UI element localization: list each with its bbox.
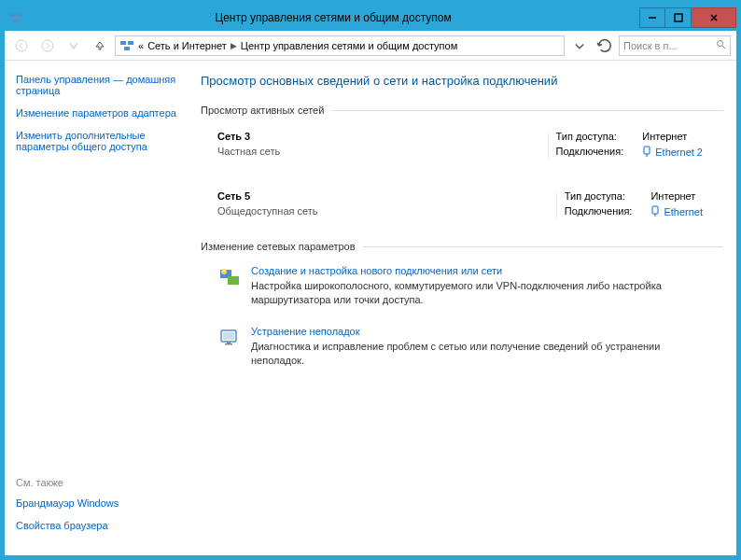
svg-line-11 — [722, 46, 725, 49]
ethernet-icon — [642, 146, 651, 159]
change-settings-header: Изменение сетевых параметров — [201, 241, 723, 252]
svg-rect-21 — [227, 342, 231, 343]
ethernet-icon — [650, 205, 660, 218]
breadcrumb-prefix: « — [138, 40, 144, 51]
address-bar[interactable]: « Сеть и Интернет ▶ Центр управления сет… — [115, 35, 565, 56]
action-item: Устранение неполадок Диагностика и испра… — [201, 318, 723, 379]
network-block: Сеть 5 Общедоступная сеть Тип доступа: И… — [201, 181, 723, 241]
action-item: Создание и настройка нового подключения … — [201, 258, 723, 318]
svg-point-6 — [42, 40, 53, 51]
refresh-button[interactable] — [594, 35, 615, 56]
svg-rect-12 — [644, 147, 650, 154]
svg-rect-9 — [124, 47, 130, 50]
dropdown-button[interactable] — [568, 35, 591, 57]
breadcrumb-center[interactable]: Центр управления сетями и общим доступом — [241, 40, 457, 51]
svg-point-10 — [718, 41, 723, 47]
svg-rect-22 — [225, 343, 232, 345]
svg-point-5 — [16, 40, 27, 51]
breadcrumb-net[interactable]: Сеть и Интернет — [147, 40, 227, 51]
nav-back-button[interactable] — [10, 35, 33, 57]
network-type: Частная сеть — [217, 146, 540, 157]
access-type-label: Тип доступа: — [556, 131, 624, 142]
sidebar-home[interactable]: Панель управления — домашняя страница — [16, 74, 189, 96]
sidebar: Панель управления — домашняя страница Из… — [5, 61, 201, 555]
svg-rect-7 — [120, 41, 126, 45]
nav-up-button[interactable] — [89, 35, 111, 57]
troubleshoot-link[interactable]: Устранение неполадок — [251, 326, 714, 337]
maximize-button[interactable] — [665, 7, 692, 28]
app-icon — [8, 10, 23, 25]
page-title: Просмотр основных сведений о сети и наст… — [201, 74, 723, 88]
main-panel: Просмотр основных сведений о сети и наст… — [201, 61, 736, 555]
search-placeholder: Поиск в п... — [623, 40, 678, 51]
network-block: Сеть 3 Частная сеть Тип доступа: Интерне… — [201, 121, 723, 181]
troubleshoot-desc: Диагностика и исправление проблем с сеть… — [251, 340, 714, 368]
sidebar-inetopts[interactable]: Свойства браузера — [16, 520, 189, 531]
chevron-right-icon: ▶ — [231, 41, 237, 50]
new-connection-desc: Настройка широкополосного, коммутируемог… — [251, 279, 714, 307]
svg-rect-2 — [13, 19, 19, 22]
see-also-label: См. также — [16, 477, 189, 488]
svg-rect-17 — [228, 276, 239, 285]
network-icon — [119, 38, 134, 53]
svg-rect-14 — [652, 206, 658, 214]
svg-rect-1 — [17, 13, 22, 17]
connections-label: Подключения: — [565, 205, 633, 218]
network-name: Сеть 3 — [217, 131, 540, 142]
connections-label: Подключения: — [556, 146, 624, 159]
divider — [556, 190, 557, 218]
window: Центр управления сетями и общим доступом… — [4, 4, 737, 556]
connection-link[interactable]: Ethernet 2 — [642, 146, 703, 159]
troubleshoot-icon — [217, 326, 242, 350]
new-connection-icon — [217, 265, 242, 289]
access-type-value: Интернет — [650, 190, 703, 202]
access-type-label: Тип доступа: — [565, 190, 633, 202]
divider — [548, 131, 549, 159]
titlebar: Центр управления сетями и общим доступом — [5, 5, 736, 31]
sidebar-adapter[interactable]: Изменение параметров адаптера — [16, 107, 189, 119]
navbar: « Сеть и Интернет ▶ Центр управления сет… — [5, 31, 736, 61]
access-type-value: Интернет — [642, 131, 703, 142]
network-type: Общедоступная сеть — [217, 205, 549, 217]
svg-rect-20 — [223, 332, 234, 340]
network-name: Сеть 5 — [217, 190, 549, 202]
new-connection-link[interactable]: Создание и настройка нового подключения … — [251, 265, 714, 276]
nav-forward-button[interactable] — [36, 35, 59, 57]
close-button[interactable] — [692, 7, 736, 28]
search-input[interactable]: Поиск в п... — [619, 35, 731, 56]
sidebar-sharing[interactable]: Изменить дополнительные параметры общего… — [16, 130, 189, 152]
window-title: Центр управления сетями и общим доступом — [27, 11, 639, 24]
svg-rect-0 — [9, 13, 15, 17]
minimize-button[interactable] — [639, 7, 665, 28]
svg-rect-8 — [128, 41, 133, 45]
active-networks-header: Просмотр активных сетей — [201, 105, 723, 116]
content: Панель управления — домашняя страница Из… — [5, 61, 736, 555]
svg-rect-4 — [675, 14, 682, 21]
nav-history-button[interactable] — [63, 35, 85, 57]
search-icon — [716, 39, 726, 51]
connection-link[interactable]: Ethernet — [650, 205, 703, 218]
sidebar-firewall[interactable]: Брандмауэр Windows — [16, 497, 189, 509]
